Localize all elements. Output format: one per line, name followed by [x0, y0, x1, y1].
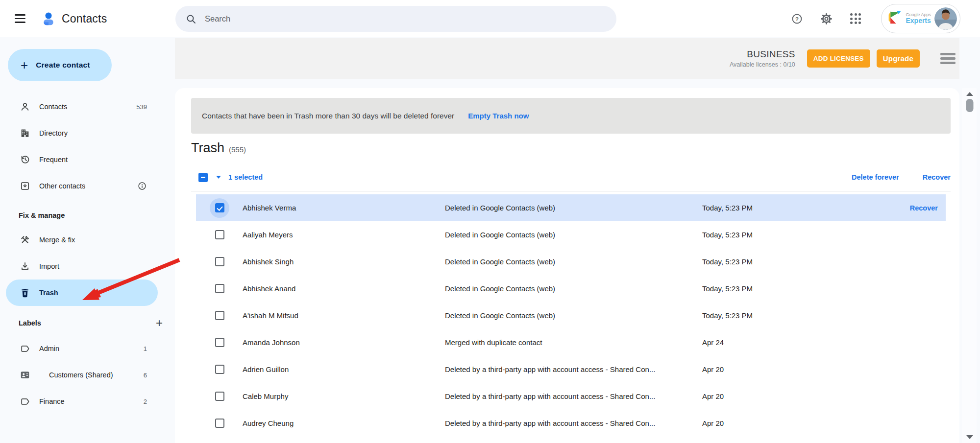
contact-row[interactable]: Aaliyah MeyersDeleted in Google Contacts…	[196, 221, 946, 248]
contact-row[interactable]: Abhishek VermaDeleted in Google Contacts…	[196, 194, 946, 221]
item-count: 2	[144, 398, 147, 405]
contact-row[interactable]: Amanda JohnsonMerged with duplicate cont…	[196, 329, 946, 356]
create-contact-label: Create contact	[36, 61, 90, 70]
search-input[interactable]	[205, 14, 597, 23]
checkbox-halo	[210, 279, 229, 299]
sidebar-label-customers-shared[interactable]: Customers (Shared)6	[6, 362, 158, 388]
plan-name: BUSINESS	[730, 49, 795, 60]
create-contact-button[interactable]: + Create contact	[8, 49, 112, 81]
sidebar-label-admin[interactable]: Admin1	[6, 335, 158, 362]
search-bar[interactable]	[175, 6, 616, 32]
contact-name: Adrien Guillon	[243, 365, 445, 373]
row-checkbox[interactable]	[215, 365, 224, 374]
info-icon[interactable]	[137, 181, 147, 191]
row-checkbox[interactable]	[215, 311, 224, 320]
contact-row[interactable]: A'ishah M MifsudDeleted in Google Contac…	[196, 302, 946, 329]
add-licenses-button[interactable]: ADD LICENSES	[807, 49, 870, 68]
delete-date: Today, 5:23 PM	[702, 284, 946, 293]
inbox-arrow-icon	[20, 181, 30, 191]
upgrade-button[interactable]: Upgrade	[877, 49, 920, 68]
delete-reason: Deleted in Google Contacts (web)	[445, 284, 702, 293]
delete-date: Today, 5:23 PM	[702, 257, 946, 266]
contact-name: Abhishek Verma	[243, 204, 445, 212]
delete-reason: Merged with duplicate contact	[445, 338, 702, 347]
label-icon	[20, 396, 30, 407]
scrollbar-track[interactable]	[962, 88, 977, 443]
row-recover-button[interactable]: Recover	[910, 204, 938, 212]
settings-gear-icon[interactable]	[816, 9, 836, 28]
scrollbar-thumb[interactable]	[966, 99, 974, 112]
account-profile-button[interactable]: Google Apps Experts	[881, 4, 960, 33]
help-icon[interactable]: ?	[787, 9, 807, 28]
contacts-person-icon	[40, 10, 57, 27]
sidebar-item-label: Directory	[39, 129, 68, 137]
delete-reason: Deleted in Google Contacts (web)	[445, 231, 702, 239]
sidebar-item-trash[interactable]: Trash	[6, 280, 158, 306]
selection-toolbar: 1 selected Delete forever Recover	[191, 168, 951, 187]
contact-row[interactable]: Caleb MurphyDeleted by a third-party app…	[196, 383, 946, 410]
item-count: 6	[144, 372, 147, 379]
checkbox-halo	[210, 306, 229, 326]
hamburger-menu-icon[interactable]	[9, 7, 31, 30]
row-checkbox[interactable]	[215, 230, 224, 239]
svg-text:?: ?	[795, 16, 799, 22]
row-checkbox[interactable]	[215, 257, 224, 266]
extension-menu-icon[interactable]	[940, 53, 956, 64]
app-title: Contacts	[62, 12, 107, 25]
apps-grid-icon[interactable]	[846, 9, 865, 28]
fix-manage-section-header: Fix & manage	[19, 207, 174, 224]
delete-reason: Deleted by a third-party app with accoun…	[445, 419, 702, 427]
item-count: 539	[136, 103, 147, 111]
selection-dropdown-caret-icon[interactable]	[216, 176, 221, 179]
sidebar-item-contacts[interactable]: Contacts539	[6, 93, 158, 120]
row-checkbox[interactable]	[215, 392, 224, 401]
contact-name: Audrey Cheung	[243, 419, 445, 427]
scroll-down-arrow-icon[interactable]	[966, 435, 973, 439]
delete-forever-button[interactable]: Delete forever	[852, 173, 899, 181]
delete-reason: Deleted in Google Contacts (web)	[445, 311, 702, 320]
checkbox-halo	[210, 225, 229, 245]
delete-date: Apr 20	[702, 419, 946, 427]
contact-name: Aaliyah Meyers	[243, 231, 445, 239]
sidebar-item-frequent[interactable]: Frequent	[6, 146, 158, 173]
delete-date: Today, 5:23 PM	[702, 204, 910, 212]
checkbox-halo	[210, 414, 229, 433]
scrollbar[interactable]	[959, 88, 980, 443]
row-checkbox[interactable]	[215, 284, 224, 293]
contact-row[interactable]: Abhishek AnandDeleted in Google Contacts…	[196, 275, 946, 302]
checkbox-halo	[210, 360, 229, 379]
label-icon	[20, 343, 30, 354]
sidebar-label-finance[interactable]: Finance2	[6, 388, 158, 415]
scroll-up-arrow-icon[interactable]	[966, 92, 973, 96]
sidebar-item-label: Finance	[39, 397, 65, 405]
sidebar-item-merge-fix[interactable]: Merge & fix	[6, 227, 158, 253]
row-checkbox[interactable]	[215, 338, 224, 347]
sidebar-nav-list: Contacts539DirectoryFrequentOther contac…	[0, 93, 174, 199]
building-icon	[20, 128, 30, 139]
sidebar-item-import[interactable]: Import	[6, 253, 158, 280]
sidebar-item-other-contacts[interactable]: Other contacts	[6, 173, 158, 199]
recover-button[interactable]: Recover	[923, 173, 951, 181]
selected-count-label: 1 selected	[228, 173, 263, 181]
contact-row[interactable]: Adrien GuillonDeleted by a third-party a…	[196, 356, 946, 383]
delete-date: Today, 5:23 PM	[702, 311, 946, 320]
row-checkbox[interactable]	[215, 203, 224, 212]
sidebar-item-label: Other contacts	[39, 182, 85, 190]
empty-trash-now-link[interactable]: Empty Trash now	[468, 112, 529, 120]
tools-icon	[20, 234, 30, 245]
sidebar-item-label: Trash	[39, 289, 58, 297]
user-avatar	[934, 7, 957, 30]
banner-message: Contacts that have been in Trash more th…	[202, 112, 454, 120]
sidebar-item-directory[interactable]: Directory	[6, 120, 158, 146]
sidebar-item-label: Merge & fix	[39, 236, 75, 244]
select-all-checkbox[interactable]	[198, 173, 208, 182]
contact-row[interactable]: Audrey CheungDeleted by a third-party ap…	[196, 410, 946, 437]
contact-row[interactable]: Abhishek SinghDeleted in Google Contacts…	[196, 248, 946, 275]
trash-info-banner: Contacts that have been in Trash more th…	[191, 98, 951, 134]
add-label-button[interactable]: +	[156, 317, 163, 329]
row-checkbox[interactable]	[215, 419, 224, 428]
contacts-logo	[40, 10, 57, 27]
available-licenses: Available licenses : 0/10	[730, 61, 795, 68]
top-header: Contacts ?	[0, 0, 980, 37]
labels-header-label: Labels	[19, 319, 156, 327]
